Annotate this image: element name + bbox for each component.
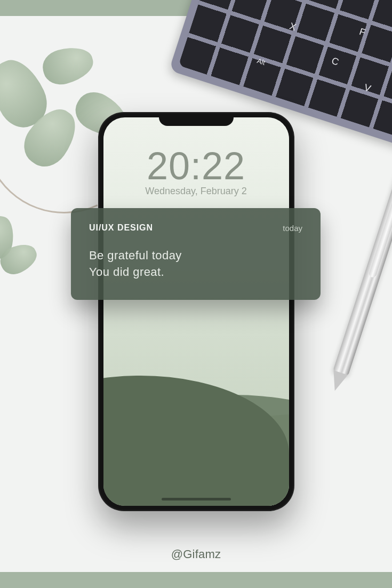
notification-line1: Be grateful today xyxy=(89,248,302,264)
notification-body: Be grateful today You did great. xyxy=(89,248,302,281)
notification-app-name: UI/UX DESIGN xyxy=(89,223,153,233)
phone-screen[interactable]: 20:22 Wednesday, February 2 xyxy=(103,117,289,506)
wallpaper-mountains xyxy=(103,265,289,506)
author-handle: @Gifamz xyxy=(171,547,221,561)
lockscreen-date: Wednesday, February 2 xyxy=(103,186,289,197)
bottom-accent-bar xyxy=(0,572,392,588)
notification-line2: You did great. xyxy=(89,264,302,281)
notification-card[interactable]: UI/UX DESIGN today Be grateful today You… xyxy=(71,208,321,300)
lockscreen-clock: 20:22 Wednesday, February 2 xyxy=(103,117,289,197)
home-indicator[interactable] xyxy=(162,498,231,500)
phone-frame: 20:22 Wednesday, February 2 xyxy=(98,112,294,511)
poster-canvas: X F C Alt V 20:22 Wednesday, February 2 … xyxy=(0,0,392,588)
lockscreen-time: 20:22 xyxy=(103,144,289,188)
notification-timestamp: today xyxy=(283,224,302,233)
pen-prop xyxy=(333,168,392,376)
